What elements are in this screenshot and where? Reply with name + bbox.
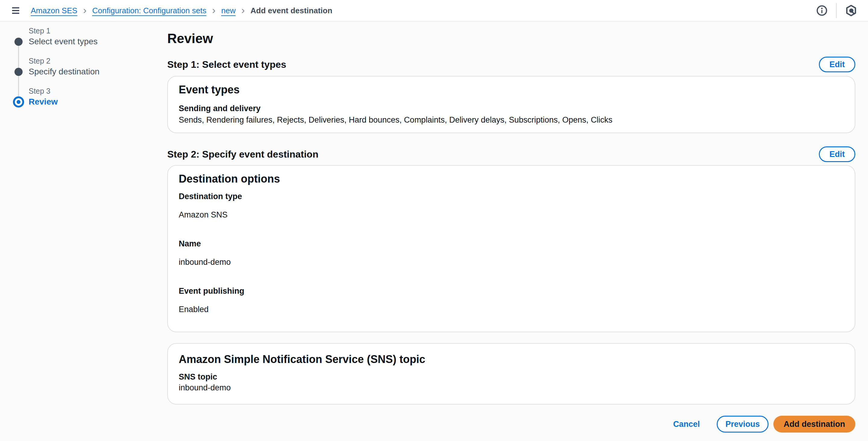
- name-value: inbound-demo: [179, 257, 844, 267]
- event-publishing-value: Enabled: [179, 305, 844, 314]
- cancel-button[interactable]: Cancel: [673, 420, 700, 429]
- section-1-heading: Step 1: Select event types: [167, 58, 286, 70]
- edit-destination-button[interactable]: Edit: [819, 147, 855, 162]
- sns-topic-value: inbound-demo: [179, 383, 844, 392]
- chevron-right-icon: ›: [83, 6, 87, 14]
- step-1-circle-icon: [14, 38, 23, 46]
- wizard-footer-actions: Cancel Previous Add destination: [167, 415, 855, 433]
- event-publishing-label: Event publishing: [179, 286, 844, 296]
- step-2-eyebrow: Step 2: [29, 56, 148, 66]
- breadcrumb-link-amazon-ses[interactable]: Amazon SES: [31, 6, 78, 15]
- wizard-step-2: Step 2 Specify destination: [12, 56, 148, 77]
- info-icon[interactable]: [816, 5, 828, 16]
- wizard-steps-nav: Step 1 Select event types Step 2 Specify…: [12, 26, 148, 116]
- wizard-step-1: Step 1 Select event types: [12, 26, 148, 47]
- selected-event-types-value: Sends, Rendering failures, Rejects, Deli…: [179, 115, 844, 125]
- destination-type-value: Amazon SNS: [179, 210, 844, 220]
- event-types-card-title: Event types: [179, 83, 844, 96]
- breadcrumb-link-new[interactable]: new: [221, 6, 236, 15]
- add-destination-button[interactable]: Add destination: [773, 416, 855, 433]
- step-3-current: Review: [29, 96, 148, 107]
- previous-button[interactable]: Previous: [717, 416, 769, 433]
- destination-options-card-title: Destination options: [179, 172, 844, 186]
- edit-event-types-button[interactable]: Edit: [819, 57, 855, 72]
- main-content: Review Step 1: Select event types Edit E…: [167, 22, 855, 433]
- sns-topic-label: SNS topic: [179, 372, 844, 382]
- destination-type-label: Destination type: [179, 192, 844, 201]
- destination-options-card: Destination options Destination type Ama…: [167, 165, 855, 332]
- step-1-eyebrow: Step 1: [29, 26, 148, 36]
- step-3-active-circle-icon: [13, 96, 24, 107]
- sending-and-delivery-label: Sending and delivery: [179, 104, 844, 113]
- step-1-link[interactable]: Select event types: [29, 36, 148, 47]
- step-2-circle-icon: [14, 68, 23, 76]
- amazon-q-icon[interactable]: [845, 4, 857, 17]
- top-navigation-bar: Amazon SES › Configuration: Configuratio…: [0, 0, 868, 22]
- breadcrumb-current-page: Add event destination: [250, 6, 333, 15]
- breadcrumb-link-configuration-sets[interactable]: Configuration: Configuration sets: [92, 6, 207, 15]
- wizard-step-3-active: Step 3 Review: [12, 86, 148, 107]
- page-title: Review: [167, 31, 855, 46]
- step-2-link[interactable]: Specify destination: [29, 66, 148, 77]
- section-1-header: Step 1: Select event types Edit: [167, 56, 855, 73]
- topbar-divider: [836, 3, 837, 18]
- hamburger-menu-icon[interactable]: [12, 7, 20, 14]
- sns-topic-card-title: Amazon Simple Notification Service (SNS)…: [179, 353, 844, 366]
- section-2-heading: Step 2: Specify event destination: [167, 148, 318, 160]
- name-label: Name: [179, 239, 844, 249]
- breadcrumb: Amazon SES › Configuration: Configuratio…: [31, 6, 333, 15]
- event-types-card: Event types Sending and delivery Sends, …: [167, 76, 855, 133]
- step-3-eyebrow: Step 3: [29, 86, 148, 96]
- chevron-right-icon: ›: [212, 6, 216, 14]
- chevron-right-icon: ›: [241, 6, 245, 14]
- topbar-actions: [816, 3, 868, 18]
- section-2-header: Step 2: Specify event destination Edit: [167, 146, 855, 163]
- sns-topic-card: Amazon Simple Notification Service (SNS)…: [167, 343, 855, 405]
